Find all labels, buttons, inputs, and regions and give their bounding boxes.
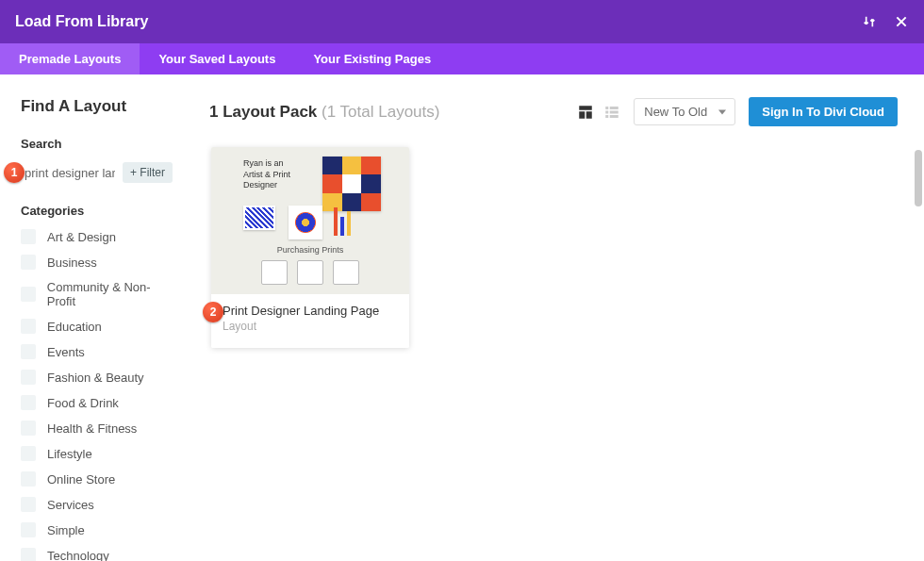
category-item[interactable]: Education (21, 319, 177, 334)
category-label: Business (47, 256, 97, 270)
preview-bars-icon (334, 207, 355, 236)
svg-rect-2 (586, 111, 592, 119)
list-view-icon[interactable] (603, 104, 620, 121)
preview-stripe-icon (243, 206, 275, 230)
svg-rect-3 (606, 107, 609, 109)
checkbox-icon[interactable] (21, 370, 36, 385)
layout-card-type: Layout (223, 320, 398, 333)
layout-card-title: Print Designer Landing Page (223, 304, 398, 318)
category-item[interactable]: Business (21, 255, 177, 270)
divi-cloud-signin-button[interactable]: Sign In To Divi Cloud (749, 97, 898, 126)
results-count-sub: (1 Total Layouts) (322, 103, 439, 121)
annotation-marker: 2 (203, 302, 223, 322)
sidebar-title: Find A Layout (21, 97, 177, 116)
category-item[interactable]: Online Store (21, 471, 177, 487)
checkbox-icon[interactable] (21, 497, 36, 512)
svg-rect-8 (610, 115, 619, 118)
scrollbar-thumb[interactable] (915, 150, 922, 206)
svg-rect-7 (606, 115, 609, 118)
checkbox-icon[interactable] (21, 395, 36, 410)
annotation-marker: 1 (4, 162, 25, 183)
svg-rect-6 (610, 110, 619, 113)
preview-subheading: Purchasing Prints (211, 245, 409, 255)
category-item[interactable]: Lifestyle (21, 446, 177, 461)
checkbox-icon[interactable] (21, 344, 36, 359)
category-item[interactable]: Fashion & Beauty (21, 370, 177, 385)
category-item[interactable]: Services (21, 497, 177, 512)
preview-heading: Ryan is an Artist & Print Designer (243, 158, 290, 191)
search-input[interactable] (21, 166, 115, 180)
results-count-main: 1 Layout Pack (209, 103, 317, 121)
filter-button[interactable]: + Filter (123, 162, 173, 183)
categories-label: Categories (21, 204, 177, 218)
tab-saved-layouts[interactable]: Your Saved Layouts (140, 43, 294, 74)
svg-rect-1 (580, 111, 586, 119)
layout-card[interactable]: Ryan is an Artist & Print Designer Purch… (211, 147, 409, 348)
category-label: Technology (47, 549, 109, 562)
category-label: Health & Fitness (47, 421, 137, 436)
category-label: Events (47, 345, 85, 359)
checkbox-icon[interactable] (21, 446, 36, 461)
svg-rect-4 (610, 107, 619, 109)
grid-view-icon[interactable] (577, 104, 594, 121)
category-item[interactable]: Art & Design (21, 229, 177, 244)
layout-card-preview: Ryan is an Artist & Print Designer Purch… (211, 147, 409, 294)
checkbox-icon[interactable] (21, 229, 36, 244)
category-item[interactable]: Simple (21, 522, 177, 537)
category-label: Fashion & Beauty (47, 371, 144, 385)
category-label: Online Store (47, 472, 115, 487)
preview-product-boxes (249, 260, 371, 285)
import-export-icon[interactable] (862, 14, 877, 29)
category-item[interactable]: Events (21, 344, 177, 359)
tab-existing-pages[interactable]: Your Existing Pages (294, 43, 450, 74)
category-item[interactable]: Health & Fitness (21, 421, 177, 436)
category-label: Lifestyle (47, 447, 92, 461)
checkbox-icon[interactable] (21, 255, 36, 270)
category-label: Simple (47, 523, 85, 537)
preview-circle-icon (289, 206, 322, 239)
category-label: Services (47, 498, 94, 512)
search-label: Search (21, 137, 177, 151)
tab-premade-layouts[interactable]: Premade Layouts (0, 43, 140, 74)
category-item[interactable]: Food & Drink (21, 395, 177, 410)
checkbox-icon[interactable] (21, 421, 36, 436)
close-icon[interactable] (894, 14, 909, 29)
svg-rect-5 (606, 110, 609, 113)
checkbox-icon[interactable] (21, 522, 36, 537)
checkbox-icon[interactable] (21, 319, 36, 334)
category-item[interactable]: Community & Non-Profit (21, 280, 177, 308)
modal-title: Load From Library (15, 13, 148, 30)
category-label: Education (47, 320, 102, 334)
category-label: Art & Design (47, 230, 116, 244)
checkbox-icon[interactable] (21, 287, 36, 302)
results-count: 1 Layout Pack (1 Total Layouts) (209, 103, 439, 122)
category-item[interactable]: Technology (21, 548, 177, 561)
category-label: Food & Drink (47, 396, 119, 410)
checkbox-icon[interactable] (21, 471, 36, 487)
sort-select[interactable]: New To Old (634, 98, 735, 125)
category-label: Community & Non-Profit (47, 280, 177, 308)
checkbox-icon[interactable] (21, 548, 36, 561)
preview-pattern-icon (322, 157, 381, 211)
svg-rect-0 (580, 106, 593, 110)
